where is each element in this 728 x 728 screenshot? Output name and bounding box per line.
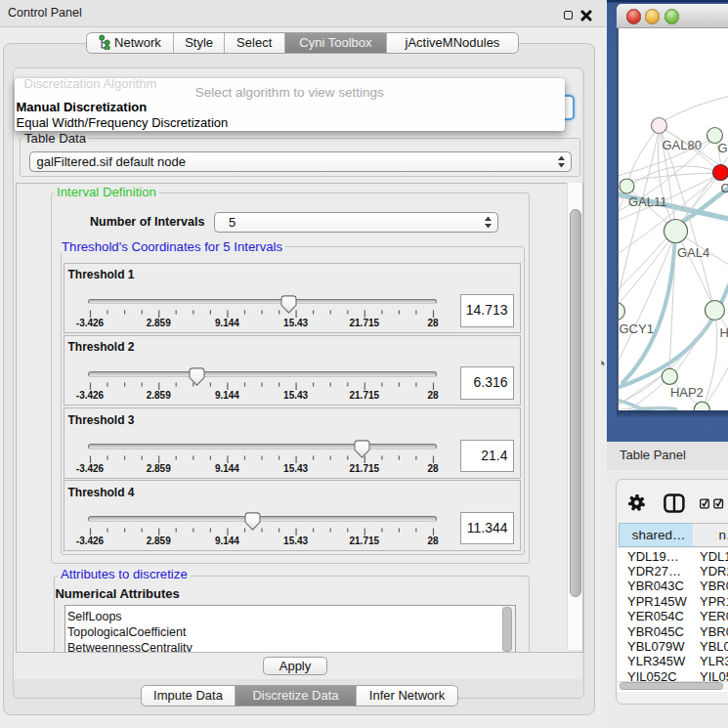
svg-text:H: H xyxy=(719,324,728,339)
svg-text:C: C xyxy=(720,180,728,194)
svg-text:GAL11: GAL11 xyxy=(628,193,667,208)
svg-text:HAP2: HAP2 xyxy=(669,384,703,399)
svg-text:G.: G. xyxy=(717,140,728,154)
svg-text:GAL80: GAL80 xyxy=(662,137,701,151)
svg-text:GAL4: GAL4 xyxy=(677,244,709,259)
svg-text:GCY1: GCY1 xyxy=(619,321,653,335)
